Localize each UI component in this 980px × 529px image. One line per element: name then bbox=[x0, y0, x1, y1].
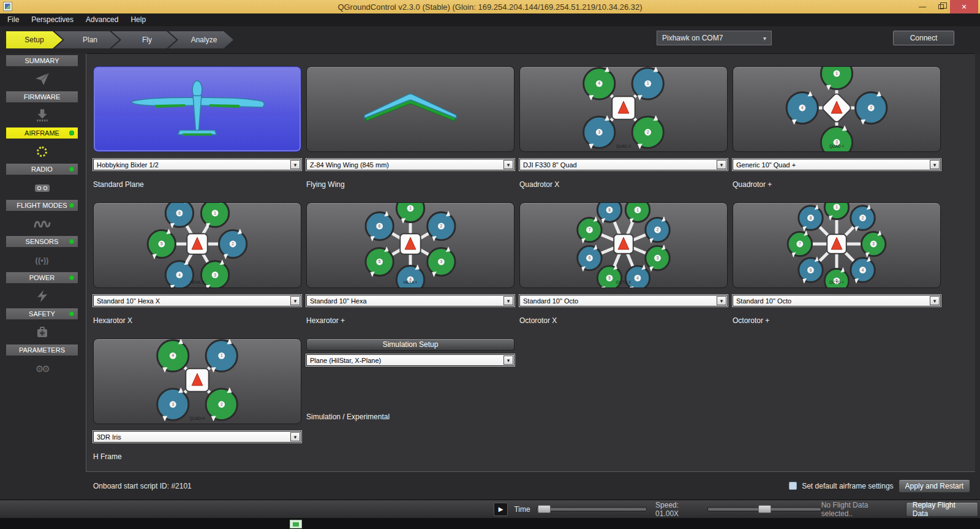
svg-text:8: 8 bbox=[608, 208, 611, 212]
sidebar-item-safety[interactable]: SAFETY bbox=[6, 308, 78, 319]
airframe-image-hexarotor-plus[interactable]: 123456HEXA + bbox=[306, 202, 514, 288]
airframe-image-octorotor-x[interactable]: 12345678OCTO X bbox=[519, 202, 728, 288]
simulation-dropdown[interactable]: Plane (HilStar, X-Plane) ▾ bbox=[306, 354, 514, 366]
sidebar-item-airframe[interactable]: AIRFRAME bbox=[6, 127, 78, 139]
airframe-image-h-frame[interactable]: 1234QUAD H bbox=[93, 338, 301, 424]
dropdown-arrow-icon[interactable]: ▾ bbox=[503, 160, 513, 169]
airframe-dropdown-quadrotor-plus[interactable]: Generic 10" Quad + ▾ bbox=[733, 159, 941, 170]
dropdown-arrow-icon[interactable]: ▾ bbox=[290, 296, 300, 305]
dropdown-arrow-icon[interactable]: ▾ bbox=[290, 160, 300, 169]
airframe-card-flying-wing: Z-84 Wing Wing (845 mm) ▾ Flying Wing bbox=[306, 66, 514, 189]
simulation-setup-button[interactable]: Simulation Setup bbox=[306, 338, 514, 351]
airframe-image-quadrotor-plus[interactable]: 1234QUAD + bbox=[733, 66, 941, 152]
svg-text:2: 2 bbox=[647, 130, 649, 134]
close-button[interactable]: ✕ bbox=[950, 0, 978, 13]
simulation-block: Simulation Setup Plane (HilStar, X-Plane… bbox=[306, 338, 514, 461]
sidebar-item-label: PARAMETERS bbox=[19, 346, 65, 354]
sidebar-item-firmware-iconcell[interactable] bbox=[6, 103, 78, 127]
flight-data-status: No Flight Data selected.. bbox=[821, 501, 900, 518]
dropdown-value: Hobbyking Bixler 1/2 bbox=[94, 159, 290, 170]
menu-advanced[interactable]: Advanced bbox=[80, 13, 124, 26]
sidebar-item-firmware[interactable]: FIRMWARE bbox=[6, 91, 78, 102]
sidebar-item-summary-iconcell[interactable] bbox=[6, 67, 78, 91]
window-title: QGroundControl v2.3.0 (Stable) (Gloin: 1… bbox=[0, 2, 980, 12]
airframe-card-hexarotor-x: 123456HEXA X Standard 10" Hexa X ▾ Hexar… bbox=[93, 202, 301, 325]
airframe-card-h-frame: 1234QUAD H 3DR Iris ▾ H Frame bbox=[93, 338, 301, 461]
airframe-config-panel: Hobbyking Bixler 1/2 ▾ Standard Plane Z-… bbox=[86, 53, 975, 472]
airframe-dropdown-octorotor-plus[interactable]: Standard 10" Octo ▾ bbox=[733, 295, 941, 306]
speed-label: Speed: 01.00X bbox=[655, 501, 703, 518]
speed-slider-handle[interactable] bbox=[758, 505, 771, 513]
airframe-dropdown-octorotor-x[interactable]: Standard 10" Octo ▾ bbox=[519, 295, 728, 306]
svg-text:QUAD H: QUAD H bbox=[190, 416, 205, 421]
time-slider[interactable] bbox=[537, 507, 647, 511]
restore-icon bbox=[938, 4, 944, 9]
footer-row: Onboard start script ID: #2101 Set defau… bbox=[86, 472, 975, 500]
sidebar-item-sensors-iconcell[interactable]: ((•)) bbox=[6, 248, 78, 272]
wave-icon bbox=[33, 216, 51, 231]
tab-fly[interactable]: Fly bbox=[111, 31, 176, 48]
menu-file[interactable]: File bbox=[1, 13, 25, 26]
plane-diagram bbox=[94, 67, 301, 151]
airframe-image-octorotor-plus[interactable]: 12345678OCTO + bbox=[733, 202, 941, 288]
bottom-strip bbox=[0, 518, 980, 529]
airframe-dropdown-hexarotor-plus[interactable]: Standard 10" Hexa ▾ bbox=[306, 295, 514, 306]
sidebar-item-summary[interactable]: SUMMARY bbox=[6, 55, 78, 66]
sidebar-item-safety-iconcell[interactable] bbox=[6, 320, 78, 344]
dropdown-arrow-icon[interactable]: ▾ bbox=[503, 356, 513, 365]
airframe-dropdown-quadrotor-x[interactable]: DJI F330 8" Quad ▾ bbox=[519, 159, 728, 170]
sidebar-item-power[interactable]: POWER bbox=[6, 272, 78, 283]
app-icon bbox=[3, 2, 12, 11]
dropdown-value: 3DR Iris bbox=[94, 432, 290, 442]
set-default-airframe-checkbox[interactable] bbox=[789, 482, 797, 490]
sidebar-item-flight-modes[interactable]: FLIGHT MODES bbox=[6, 200, 78, 211]
svg-text:5: 5 bbox=[160, 242, 163, 246]
sidebar-item-flight-modes-iconcell[interactable] bbox=[6, 211, 78, 236]
replay-flight-data-button[interactable]: Replay Flight Data bbox=[906, 502, 978, 517]
tab-setup[interactable]: Setup bbox=[6, 31, 62, 48]
svg-text:4: 4 bbox=[172, 353, 174, 357]
tab-analyze[interactable]: Analyze bbox=[168, 31, 233, 48]
sidebar-item-parameters[interactable]: PARAMETERS bbox=[6, 344, 78, 356]
titlebar[interactable]: QGroundControl v2.3.0 (Stable) (Gloin: 1… bbox=[0, 0, 980, 13]
airframe-type-label: Hexarotor X bbox=[93, 316, 301, 325]
taskbar-peek-icon[interactable] bbox=[290, 520, 302, 528]
airframe-image-hexarotor-x[interactable]: 123456HEXA X bbox=[93, 202, 301, 288]
airframe-image-quadrotor-x[interactable]: 1234QUAD X bbox=[519, 66, 728, 152]
time-slider-handle[interactable] bbox=[538, 505, 551, 513]
sidebar-item-sensors[interactable]: SENSORS bbox=[6, 236, 78, 247]
airframe-dropdown-flying-wing[interactable]: Z-84 Wing Wing (845 mm) ▾ bbox=[306, 159, 514, 170]
menu-perspectives[interactable]: Perspectives bbox=[25, 13, 80, 26]
speed-slider[interactable] bbox=[707, 507, 821, 511]
airframe-type-label: Octorotor + bbox=[733, 316, 941, 325]
sidebar-item-radio-iconcell[interactable] bbox=[6, 175, 78, 200]
menu-help[interactable]: Help bbox=[124, 13, 152, 26]
restore-button[interactable] bbox=[932, 0, 950, 13]
airframe-image-flying-wing[interactable] bbox=[306, 66, 514, 152]
airframe-card-quadrotor-plus: 1234QUAD + Generic 10" Quad + ▾ Quadroto… bbox=[733, 66, 941, 189]
svg-text:2: 2 bbox=[870, 105, 872, 110]
minimize-button[interactable]: — bbox=[913, 0, 932, 13]
tab-plan[interactable]: Plan bbox=[55, 31, 119, 48]
sidebar-item-parameters-iconcell[interactable]: ⚙⚙ bbox=[6, 356, 78, 381]
airframe-dropdown-hexarotor-x[interactable]: Standard 10" Hexa X ▾ bbox=[93, 295, 301, 306]
airframe-dropdown-standard-plane[interactable]: Hobbyking Bixler 1/2 ▾ bbox=[93, 159, 301, 170]
sidebar-item-radio[interactable]: RADIO bbox=[6, 164, 78, 175]
sidebar-item-power-iconcell[interactable] bbox=[6, 284, 78, 308]
airframe-type-label: H Frame bbox=[93, 452, 301, 461]
link-select-dropdown[interactable]: Pixhawk on COM7 ▾ bbox=[657, 31, 772, 45]
dropdown-arrow-icon[interactable]: ▾ bbox=[930, 296, 940, 305]
connect-button[interactable]: Connect bbox=[893, 31, 954, 45]
svg-text:OCTO +: OCTO + bbox=[829, 280, 844, 284]
dropdown-value: Standard 10" Hexa bbox=[307, 295, 503, 306]
dropdown-arrow-icon[interactable]: ▾ bbox=[717, 160, 726, 169]
play-button[interactable]: ▶ bbox=[494, 503, 508, 516]
airframe-image-standard-plane[interactable] bbox=[93, 66, 301, 152]
dropdown-arrow-icon[interactable]: ▾ bbox=[717, 296, 726, 305]
dropdown-arrow-icon[interactable]: ▾ bbox=[503, 296, 513, 305]
dropdown-arrow-icon[interactable]: ▾ bbox=[930, 160, 940, 169]
dropdown-arrow-icon[interactable]: ▾ bbox=[290, 432, 300, 441]
airframe-dropdown-h-frame[interactable]: 3DR Iris ▾ bbox=[93, 431, 301, 443]
apply-and-restart-button[interactable]: Apply and Restart bbox=[899, 479, 970, 493]
sidebar-item-airframe-iconcell[interactable] bbox=[6, 139, 78, 164]
